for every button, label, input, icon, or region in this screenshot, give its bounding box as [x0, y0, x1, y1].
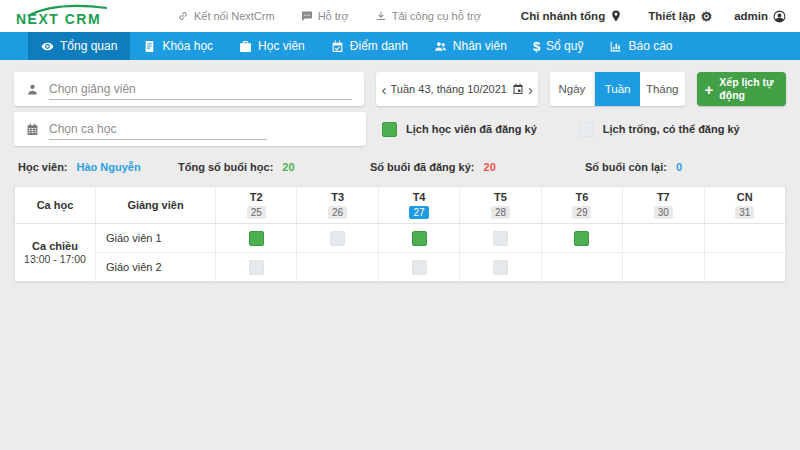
tab-diem-danh-label: Điểm danh: [350, 39, 408, 53]
download-icon: [375, 10, 387, 22]
tab-so-quy[interactable]: $ Sổ quỹ: [520, 32, 597, 60]
gear-icon: ⚙: [700, 10, 712, 23]
schedule-cell-r0-t6[interactable]: [541, 224, 622, 253]
schedule-cell-r1-t5[interactable]: [460, 253, 541, 282]
schedule-table: Ca học Giảng viên T225 T326 T427 T528 T6…: [14, 186, 786, 282]
tab-hoc-vien[interactable]: Học viên: [226, 32, 318, 60]
connect-nextcrm-label: Kết nối NextCrm: [194, 10, 275, 22]
summary-registered-sessions: Số buổi đã đăng ký: 20: [370, 161, 585, 173]
teacher-name: Giáo viên 1: [96, 224, 216, 253]
remaining-sessions-label: Số buổi còn lại:: [585, 161, 667, 173]
filter-row-1: ‹ Tuần 43, tháng 10/2021 › Ngày Tuần Thá…: [14, 72, 786, 106]
view-week-button[interactable]: Tuần: [595, 72, 640, 106]
registered-swatch: [382, 122, 397, 137]
teacher-select-card: [14, 72, 364, 106]
tab-khoa-hoc[interactable]: Khóa học: [130, 32, 226, 60]
slot-square: [493, 260, 508, 275]
free-legend-label: Lịch trống, có thể đăng ký: [603, 123, 740, 135]
col-header-t3: T326: [297, 187, 378, 224]
slot-square: [249, 231, 264, 246]
summary-total-sessions: Tổng số buổi học: 20: [178, 161, 370, 173]
date-badge: 28: [491, 206, 510, 219]
teacher-name: Giáo viên 2: [96, 253, 216, 282]
calendar-icon: [26, 123, 39, 136]
filter-row-2: Lịch học viên đã đăng ký Lịch trống, có …: [14, 112, 786, 146]
date-badge-today: 27: [409, 206, 428, 219]
schedule-cell-r0-t3[interactable]: [297, 224, 378, 253]
tab-nhan-vien-label: Nhân viên: [453, 39, 507, 53]
summary-bar: Học viên: Hào Nguyễn Tổng số buổi học: 2…: [14, 152, 786, 182]
schedule-cell-r0-t7[interactable]: [623, 224, 704, 253]
tab-nhan-vien[interactable]: Nhân viên: [421, 32, 520, 60]
eye-icon: [41, 40, 54, 53]
schedule-cell-r0-t5[interactable]: [460, 224, 541, 253]
support-link[interactable]: Hỗ trợ: [301, 10, 349, 22]
next-week-button[interactable]: ›: [528, 82, 533, 97]
col-header-t5: T528: [460, 187, 541, 224]
session-name: Ca chiều: [15, 239, 95, 253]
settings-menu[interactable]: Thiết lập ⚙: [648, 10, 712, 23]
schedule-header-row: Ca học Giảng viên T225 T326 T427 T528 T6…: [15, 187, 786, 224]
registered-sessions-label: Số buổi đã đăng ký:: [370, 161, 475, 173]
header-actions: Kết nối NextCrm Hỗ trợ Tải công cụ hỗ tr…: [151, 9, 786, 23]
schedule-cell-r0-t4[interactable]: [378, 224, 459, 253]
download-tools-label: Tải công cụ hỗ trợ: [392, 10, 481, 22]
week-selector: ‹ Tuần 43, tháng 10/2021 ›: [376, 72, 538, 106]
tab-tong-quan-label: Tổng quan: [60, 39, 117, 53]
date-badge: 31: [735, 206, 754, 219]
user-circle-icon: [773, 10, 786, 23]
main-content: ‹ Tuần 43, tháng 10/2021 › Ngày Tuần Thá…: [0, 60, 800, 282]
tab-khoa-hoc-label: Khóa học: [162, 39, 213, 53]
main-nav: Tổng quan Khóa học Học viên Điểm danh Nh…: [0, 32, 800, 60]
schedule-cell-r1-t6[interactable]: [541, 253, 622, 282]
teacher-select-input[interactable]: [49, 78, 352, 100]
date-badge: 26: [328, 206, 347, 219]
tab-bao-cao[interactable]: Báo cáo: [596, 32, 685, 60]
tab-tong-quan[interactable]: Tổng quan: [28, 32, 130, 60]
nextcrm-logo[interactable]: NEXT CRM: [14, 3, 110, 29]
date-badge: 30: [654, 206, 673, 219]
schedule-cell-r0-cn[interactable]: [704, 224, 785, 253]
link-icon: [177, 10, 189, 22]
col-header-t4: T427: [378, 187, 459, 224]
calendar-today-icon[interactable]: [512, 83, 524, 95]
schedule-cell-r0-t2[interactable]: [216, 224, 297, 253]
scroll-icon: [143, 40, 156, 53]
week-display[interactable]: Tuần 43, tháng 10/2021: [387, 83, 528, 95]
total-sessions-label: Tổng số buổi học:: [178, 161, 273, 173]
schedule-cell-r1-cn[interactable]: [704, 253, 785, 282]
session-select-input[interactable]: [49, 118, 267, 140]
users-icon: [434, 40, 447, 53]
free-swatch: [579, 122, 594, 137]
legend-free: Lịch trống, có thể đăng ký: [579, 122, 740, 137]
summary-student: Học viên: Hào Nguyễn: [18, 161, 178, 173]
download-tools-link[interactable]: Tải công cụ hỗ trợ: [375, 10, 481, 22]
schedule-cell-r1-t4[interactable]: [378, 253, 459, 282]
branch-selector[interactable]: Chi nhánh tổng: [521, 9, 622, 23]
support-label: Hỗ trợ: [318, 10, 349, 22]
plus-icon: +: [705, 82, 714, 97]
auto-schedule-button[interactable]: + Xếp lịch tự động: [697, 72, 786, 106]
summary-remaining-sessions: Số buổi còn lại: 0: [585, 161, 682, 173]
schedule-cell-r1-t3[interactable]: [297, 253, 378, 282]
schedule-row-teacher-2: Giáo viên 2: [15, 253, 786, 282]
tab-diem-danh[interactable]: Điểm danh: [318, 32, 421, 60]
session-cell: Ca chiều 13:00 - 17:00: [15, 224, 96, 282]
view-day-button[interactable]: Ngày: [550, 72, 596, 106]
registered-legend-label: Lịch học viên đã đăng ký: [406, 123, 537, 135]
view-month-button[interactable]: Tháng: [640, 72, 685, 106]
app-screen: NEXT CRM Kết nối NextCrm Hỗ trợ Tải công…: [0, 0, 800, 450]
tab-so-quy-label: Sổ quỹ: [546, 39, 583, 53]
slot-square: [330, 231, 345, 246]
total-sessions-value: 20: [282, 161, 294, 173]
user-menu[interactable]: admin: [734, 10, 786, 23]
schedule-cell-r1-t2[interactable]: [216, 253, 297, 282]
connect-nextcrm-link[interactable]: Kết nối NextCrm: [177, 10, 275, 22]
col-header-t6: T629: [541, 187, 622, 224]
settings-label: Thiết lập: [648, 10, 695, 22]
schedule-cell-r1-t7[interactable]: [623, 253, 704, 282]
student-label: Học viên:: [18, 161, 68, 173]
view-mode-toggle: Ngày Tuần Tháng: [550, 72, 685, 106]
legend: Lịch học viên đã đăng ký Lịch trống, có …: [382, 122, 740, 137]
col-header-session: Ca học: [15, 187, 96, 224]
